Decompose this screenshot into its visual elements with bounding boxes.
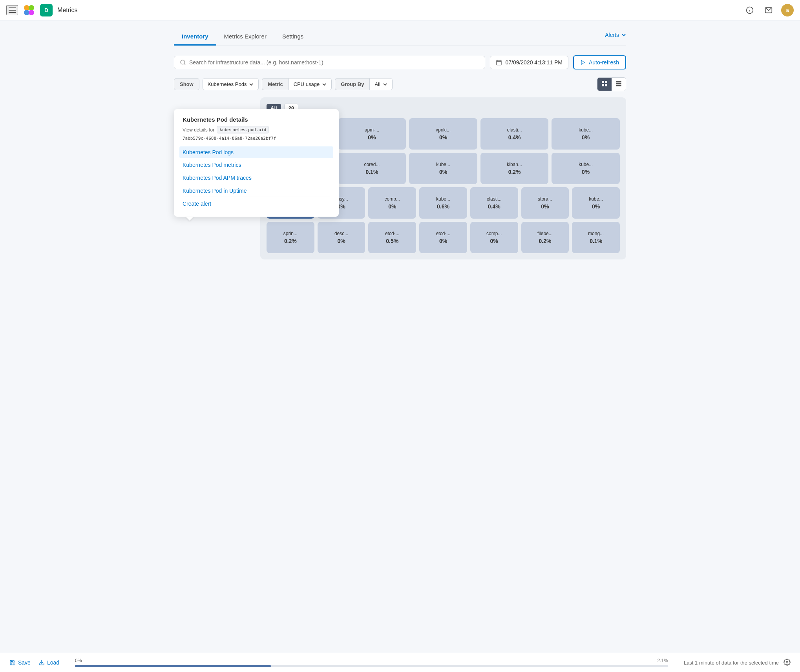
groupby-dropdown[interactable]: All bbox=[369, 78, 392, 90]
popup-link-uptime[interactable]: Kubernetes Pod in Uptime bbox=[183, 185, 330, 197]
svg-rect-15 bbox=[616, 85, 621, 86]
show-dropdown[interactable]: Kubernetes Pods bbox=[203, 78, 259, 90]
pod-tile[interactable]: comp... 0% bbox=[368, 187, 416, 219]
popup-card: Kubernetes Pod details View details for … bbox=[174, 109, 339, 217]
pod-tile[interactable]: comp... 0% bbox=[470, 222, 518, 253]
pod-tile[interactable]: kube... 0% bbox=[552, 118, 620, 150]
nav-right: a bbox=[743, 4, 794, 16]
popup-arrow bbox=[186, 217, 194, 221]
popup-overlay: Kubernetes Pod details View details for … bbox=[174, 109, 339, 217]
popup-uid-value: 7abb579c-4688-4a14-86a8-72ae26a2bf7f bbox=[183, 136, 276, 141]
svg-point-2 bbox=[24, 10, 29, 15]
svg-rect-12 bbox=[605, 84, 607, 86]
chevron-down-icon-show bbox=[249, 82, 254, 87]
list-icon bbox=[616, 80, 622, 87]
play-icon bbox=[580, 60, 586, 65]
svg-point-6 bbox=[181, 60, 185, 64]
svg-rect-11 bbox=[602, 84, 604, 86]
pod-tile[interactable]: kube... 0% bbox=[552, 153, 620, 184]
list-view-button[interactable] bbox=[612, 78, 626, 91]
main-container: Inventory Metrics Explorer Settings Aler… bbox=[164, 20, 636, 295]
chevron-down-icon-groupby bbox=[383, 82, 387, 87]
pod-tile[interactable]: kube... 0.6% bbox=[419, 187, 467, 219]
metric-filter: Metric CPU usage bbox=[262, 78, 332, 90]
app-title: Metrics bbox=[57, 7, 78, 14]
popup-link-metrics[interactable]: Kubernetes Pod metrics bbox=[183, 159, 330, 171]
grid-view-button[interactable] bbox=[597, 78, 612, 91]
show-value: Kubernetes Pods bbox=[208, 81, 247, 87]
svg-rect-10 bbox=[605, 81, 607, 83]
svg-point-3 bbox=[29, 10, 34, 15]
tab-metrics-explorer[interactable]: Metrics Explorer bbox=[216, 28, 274, 46]
pod-tile[interactable]: kiban... 0.2% bbox=[480, 153, 549, 184]
svg-rect-7 bbox=[497, 60, 501, 65]
pod-tile[interactable]: mong... 0.1% bbox=[572, 222, 620, 253]
pod-tile[interactable]: etcd-... 0.5% bbox=[368, 222, 416, 253]
pod-tile[interactable]: etcd-... 0% bbox=[419, 222, 467, 253]
pod-tile[interactable]: desc... 0% bbox=[318, 222, 365, 253]
user-avatar[interactable]: a bbox=[781, 4, 794, 16]
tab-list: Inventory Metrics Explorer Settings bbox=[174, 28, 311, 46]
nav-left: D Metrics bbox=[6, 4, 78, 16]
popup-link-alert[interactable]: Create alert bbox=[183, 198, 330, 210]
svg-rect-14 bbox=[616, 83, 621, 84]
search-input[interactable] bbox=[189, 59, 479, 66]
pod-tile[interactable]: apm-... 0% bbox=[338, 118, 406, 150]
popup-link-apm[interactable]: Kubernetes Pod APM traces bbox=[183, 172, 330, 184]
show-label: Show bbox=[174, 78, 199, 90]
pod-tile[interactable]: elasti... 0.4% bbox=[470, 187, 518, 219]
metric-label: Metric bbox=[262, 78, 288, 90]
popup-uid-row: View details for kubernetes.pod.uid 7abb… bbox=[183, 126, 330, 141]
popup-uid-key: kubernetes.pod.uid bbox=[217, 126, 269, 133]
view-toggle bbox=[597, 77, 626, 91]
pod-tile[interactable]: stora... 0% bbox=[521, 187, 569, 219]
app-logo bbox=[23, 4, 35, 16]
pod-tile[interactable]: kube... 0% bbox=[572, 187, 620, 219]
svg-rect-13 bbox=[616, 81, 621, 82]
svg-rect-9 bbox=[602, 81, 604, 83]
app-badge: D bbox=[40, 4, 53, 16]
search-row: 07/09/2020 4:13:11 PM Auto-refresh bbox=[174, 55, 626, 69]
help-button[interactable] bbox=[743, 4, 756, 16]
popup-title: Kubernetes Pod details bbox=[183, 116, 330, 123]
groupby-filter: Group By All bbox=[335, 78, 393, 90]
svg-point-1 bbox=[29, 5, 34, 11]
mail-button[interactable] bbox=[762, 4, 775, 16]
top-nav: D Metrics a bbox=[0, 0, 800, 20]
metric-dropdown[interactable]: CPU usage bbox=[289, 78, 332, 90]
popup-link-logs[interactable]: Kubernetes Pod logs bbox=[179, 146, 333, 158]
calendar-icon bbox=[496, 59, 502, 66]
auto-refresh-label: Auto-refresh bbox=[589, 59, 619, 66]
grid-icon bbox=[601, 80, 608, 87]
date-value: 07/09/2020 4:13:11 PM bbox=[505, 59, 563, 66]
tab-nav: Inventory Metrics Explorer Settings Aler… bbox=[174, 28, 626, 46]
chevron-down-icon-metric bbox=[322, 82, 327, 87]
tab-inventory[interactable]: Inventory bbox=[174, 28, 216, 46]
search-box bbox=[174, 56, 485, 69]
filter-row: Show Kubernetes Pods Metric CPU usage Gr… bbox=[174, 77, 626, 91]
pod-tile[interactable]: vpnki... 0% bbox=[409, 118, 477, 150]
svg-point-0 bbox=[24, 5, 29, 11]
metric-value: CPU usage bbox=[294, 81, 320, 87]
menu-button[interactable] bbox=[6, 5, 18, 15]
chevron-down-icon bbox=[621, 33, 626, 37]
pod-tile[interactable]: filebe... 0.2% bbox=[521, 222, 569, 253]
groupby-label: Group By bbox=[335, 78, 369, 90]
popup-links: Kubernetes Pod logs Kubernetes Pod metri… bbox=[183, 146, 330, 210]
pod-tile[interactable]: elasti... 0.4% bbox=[480, 118, 549, 150]
popup-uid-prefix: View details for bbox=[183, 127, 214, 133]
tab-settings[interactable]: Settings bbox=[274, 28, 311, 46]
pod-tile[interactable]: sprin... 0.2% bbox=[267, 222, 314, 253]
pods-grid-row4: sprin... 0.2% desc... 0% etcd-... 0.5% e… bbox=[267, 222, 620, 253]
alerts-button[interactable]: Alerts bbox=[605, 32, 626, 42]
auto-refresh-button[interactable]: Auto-refresh bbox=[573, 55, 626, 69]
content-area: Kubernetes Pod details View details for … bbox=[174, 97, 626, 259]
pod-tile[interactable]: cored... 0.1% bbox=[338, 153, 406, 184]
date-button[interactable]: 07/09/2020 4:13:11 PM bbox=[490, 56, 568, 69]
search-icon bbox=[180, 59, 186, 66]
groupby-value: All bbox=[374, 81, 380, 87]
pod-tile[interactable]: kube... 0% bbox=[409, 153, 477, 184]
svg-marker-8 bbox=[581, 60, 584, 65]
